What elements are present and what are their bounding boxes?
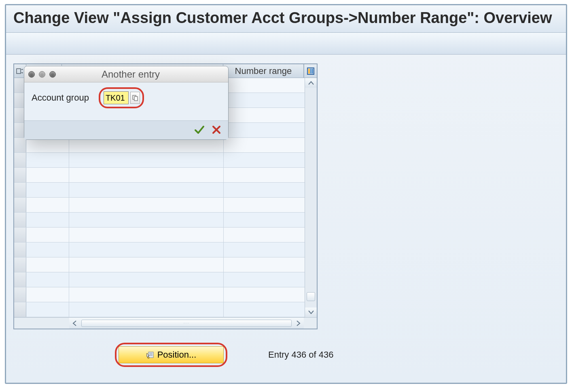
work-area: Group Name Number range (6, 55, 566, 372)
table-row[interactable] (14, 287, 305, 302)
table-row[interactable] (14, 257, 305, 272)
account-group-label: Account group (32, 93, 89, 103)
dialog-cancel-button[interactable] (210, 124, 222, 135)
table-row[interactable] (14, 302, 305, 317)
cell-number-range[interactable] (224, 183, 305, 197)
svg-rect-0 (17, 69, 21, 74)
cell-name[interactable] (69, 138, 224, 152)
window-close-dot[interactable] (28, 71, 35, 78)
row-selector[interactable] (14, 272, 26, 287)
cell-group[interactable] (26, 183, 69, 197)
entry-status-text: Entry 436 of 436 (268, 350, 333, 360)
table-row[interactable] (14, 168, 305, 183)
cell-name[interactable] (69, 168, 224, 182)
cell-group[interactable] (26, 257, 69, 272)
row-selector[interactable] (14, 287, 26, 302)
window-minimize-dot[interactable] (39, 71, 45, 78)
cell-name[interactable] (69, 257, 224, 272)
cell-number-range[interactable] (224, 228, 305, 242)
page-title: Change View "Assign Customer Acct Groups… (6, 5, 566, 33)
cell-number-range[interactable] (224, 257, 305, 272)
page-title-text: Change View "Assign Customer Acct Groups… (13, 9, 552, 26)
row-selector[interactable] (14, 198, 26, 212)
table-row[interactable] (14, 242, 305, 257)
dialog-ok-button[interactable] (193, 124, 205, 135)
cell-name[interactable] (69, 272, 224, 287)
position-button[interactable]: Position... (119, 346, 224, 363)
scroll-up-button[interactable] (305, 78, 317, 88)
row-selector[interactable] (14, 302, 26, 317)
table-row[interactable] (14, 228, 305, 242)
table-row[interactable] (14, 198, 305, 213)
cell-group[interactable] (26, 302, 69, 317)
another-entry-dialog: Another entry Account group (24, 66, 229, 140)
cell-number-range[interactable] (224, 138, 305, 152)
dialog-titlebar[interactable]: Another entry (24, 66, 228, 82)
cell-group[interactable] (26, 228, 69, 242)
cell-number-range[interactable] (224, 272, 305, 287)
row-selector[interactable] (14, 168, 26, 182)
dialog-footer (24, 120, 228, 139)
row-selector[interactable] (14, 228, 26, 242)
cell-name[interactable] (69, 287, 224, 302)
cell-number-range[interactable] (224, 93, 305, 107)
cell-number-range[interactable] (224, 302, 305, 317)
window-zoom-dot[interactable] (49, 71, 56, 78)
cell-group[interactable] (26, 242, 69, 257)
cell-group[interactable] (26, 213, 69, 227)
vertical-scroll-thumb[interactable] (307, 292, 315, 301)
check-icon (194, 125, 205, 135)
scroll-right-button[interactable] (293, 318, 304, 329)
cell-name[interactable] (69, 228, 224, 242)
scroll-down-button[interactable] (305, 308, 317, 317)
cell-group[interactable] (26, 153, 69, 167)
row-selector[interactable] (14, 183, 26, 197)
cell-group[interactable] (26, 198, 69, 212)
table-row[interactable] (14, 213, 305, 228)
table-row[interactable] (14, 138, 305, 153)
chevron-down-icon (308, 310, 314, 314)
svg-point-9 (148, 357, 149, 358)
column-header-number-range[interactable]: Number range (223, 64, 304, 78)
table-row[interactable] (14, 183, 305, 198)
cell-group[interactable] (26, 168, 69, 182)
cell-name[interactable] (69, 183, 224, 197)
cell-group[interactable] (26, 138, 69, 152)
account-group-value-help[interactable] (130, 92, 140, 104)
table-row[interactable] (14, 153, 305, 168)
svg-rect-2 (308, 69, 310, 74)
horizontal-scrollbar[interactable]: ··· (69, 318, 304, 329)
position-icon (146, 351, 154, 359)
footer-bar: Position... Entry 436 of 436 (119, 346, 559, 363)
cell-number-range[interactable] (224, 242, 305, 257)
account-group-input[interactable] (104, 91, 129, 104)
row-selector[interactable] (14, 213, 26, 227)
cell-number-range[interactable] (224, 168, 305, 182)
cell-number-range[interactable] (224, 198, 305, 212)
vertical-scrollbar[interactable] (305, 78, 317, 317)
value-help-icon (132, 95, 138, 101)
table-row[interactable] (14, 272, 305, 287)
cell-group[interactable] (26, 287, 69, 302)
cell-name[interactable] (69, 302, 224, 317)
cell-name[interactable] (69, 213, 224, 227)
cell-number-range[interactable] (224, 78, 305, 93)
svg-rect-5 (148, 352, 153, 358)
cell-number-range[interactable] (224, 287, 305, 302)
table-settings-corner[interactable] (304, 64, 317, 78)
scroll-left-button[interactable] (69, 318, 80, 329)
cell-name[interactable] (69, 153, 224, 167)
row-selector[interactable] (14, 153, 26, 167)
table-settings-icon (307, 67, 315, 75)
cell-number-range[interactable] (224, 108, 305, 122)
cell-group[interactable] (26, 272, 69, 287)
cell-number-range[interactable] (224, 153, 305, 167)
row-selector[interactable] (14, 138, 26, 152)
cell-number-range[interactable] (224, 123, 305, 137)
row-selector[interactable] (14, 257, 26, 272)
cell-name[interactable] (69, 198, 224, 212)
horizontal-scroll-thumb[interactable]: ··· (81, 320, 292, 327)
cell-number-range[interactable] (224, 213, 305, 227)
cell-name[interactable] (69, 242, 224, 257)
row-selector[interactable] (14, 242, 26, 257)
